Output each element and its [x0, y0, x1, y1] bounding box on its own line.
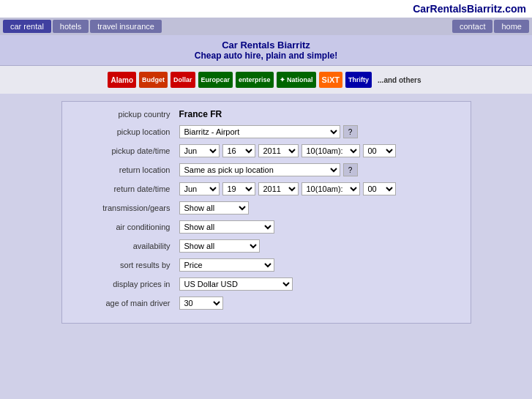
return-location-label: return location [73, 165, 179, 174]
pickup-datetime-label: pickup date/time [73, 146, 179, 155]
brand-thrifty[interactable]: Thrifty [345, 72, 372, 88]
pickup-month-select[interactable]: Jun [179, 144, 220, 157]
availability-select[interactable]: Show all [179, 239, 260, 253]
nav-tab-contact[interactable]: contact [452, 20, 492, 33]
pickup-country-controls: France FR [179, 109, 460, 119]
return-datetime-controls: Jun 19 2011 10(10am): 00 [179, 182, 460, 195]
site-domain: CarRentalsBiarritz.com [0, 0, 532, 18]
nav-bar: car rental hotels travel insurance conta… [0, 18, 532, 35]
nav-tab-home[interactable]: home [494, 20, 529, 33]
return-min-select[interactable]: 00 [363, 182, 396, 195]
nav-tab-car-rental[interactable]: car rental [3, 20, 51, 33]
pickup-country-label: pickup country [73, 110, 179, 119]
pickup-datetime-row: pickup date/time Jun 16 2011 10(10am): 0… [73, 144, 460, 157]
pickup-location-controls: Biarritz - Airport ? [179, 125, 460, 138]
nav-left: car rental hotels travel insurance [3, 20, 451, 33]
age-controls: 30 [179, 297, 460, 310]
age-select[interactable]: 30 [179, 297, 223, 310]
brand-alamo[interactable]: Alamo [108, 72, 136, 88]
transmission-controls: Show all [179, 201, 460, 215]
currency-select[interactable]: US Dollar USD [179, 277, 293, 291]
sort-label: sort results by [73, 261, 179, 269]
return-location-select[interactable]: Same as pick up location [179, 163, 340, 176]
pickup-day-select[interactable]: 16 [222, 144, 255, 157]
return-datetime-label: return date/time [73, 184, 179, 193]
pickup-location-select[interactable]: Biarritz - Airport [179, 125, 340, 138]
transmission-select[interactable]: Show all [179, 201, 249, 215]
pickup-location-label: pickup location [73, 127, 179, 136]
pickup-country-value: France FR [179, 109, 222, 119]
return-day-select[interactable]: 19 [222, 182, 255, 195]
return-location-info-button[interactable]: ? [343, 163, 358, 176]
pickup-datetime-controls: Jun 16 2011 10(10am): 00 [179, 144, 460, 157]
return-hour-select[interactable]: 10(10am): [301, 182, 360, 195]
pickup-location-row: pickup location Biarritz - Airport ? [73, 125, 460, 138]
availability-controls: Show all [179, 239, 460, 253]
pickup-year-select[interactable]: 2011 [258, 144, 299, 157]
pickup-location-info-button[interactable]: ? [343, 125, 358, 138]
transmission-label: transmission/gears [73, 204, 179, 212]
currency-controls: US Dollar USD [179, 277, 460, 291]
age-label: age of main driver [73, 299, 179, 307]
ac-controls: Show all [179, 220, 460, 234]
pickup-country-row: pickup country France FR [73, 109, 460, 119]
return-location-row: return location Same as pick up location… [73, 163, 460, 176]
site-subtitle: Cheap auto hire, plain and simple! [0, 51, 532, 61]
brand-enterprise[interactable]: enterprise [236, 72, 274, 88]
site-title: Car Rentals Biarritz [0, 40, 532, 51]
domain-text: CarRentalsBiarritz.com [413, 3, 526, 15]
brand-others: ...and others [375, 72, 424, 88]
pickup-min-select[interactable]: 00 [363, 144, 396, 157]
ac-row: air conditioning Show all [73, 220, 460, 234]
ac-select[interactable]: Show all [179, 220, 274, 234]
return-location-controls: Same as pick up location ? [179, 163, 460, 176]
nav-tab-hotels[interactable]: hotels [53, 20, 89, 33]
search-form: pickup country France FR pickup location… [61, 101, 471, 324]
brand-national[interactable]: ✦ National [277, 72, 316, 88]
availability-label: availability [73, 242, 179, 250]
return-year-select[interactable]: 2011 [258, 182, 299, 195]
sort-row: sort results by Price [73, 258, 460, 272]
availability-row: availability Show all [73, 239, 460, 253]
transmission-row: transmission/gears Show all [73, 201, 460, 215]
age-row: age of main driver 30 [73, 297, 460, 310]
brand-europcar[interactable]: Europcar [198, 72, 233, 88]
main-content: pickup country France FR pickup location… [0, 94, 532, 331]
pickup-hour-select[interactable]: 10(10am): [301, 144, 360, 157]
nav-tab-travel-insurance[interactable]: travel insurance [90, 20, 162, 33]
brand-sixt[interactable]: SiXT [319, 72, 342, 88]
sort-select[interactable]: Price [179, 258, 274, 272]
currency-label: display prices in [73, 280, 179, 288]
site-header: Car Rentals Biarritz Cheap auto hire, pl… [0, 35, 532, 66]
brand-budget[interactable]: Budget [139, 72, 168, 88]
brand-dollar[interactable]: Dollar [171, 72, 195, 88]
currency-row: display prices in US Dollar USD [73, 277, 460, 291]
return-month-select[interactable]: Jun [179, 182, 220, 195]
nav-right: contact home [452, 20, 529, 33]
return-datetime-row: return date/time Jun 19 2011 10(10am): 0… [73, 182, 460, 195]
sort-controls: Price [179, 258, 460, 272]
ac-label: air conditioning [73, 223, 179, 231]
brands-bar: Alamo Budget Dollar Europcar enterprise … [0, 66, 532, 94]
